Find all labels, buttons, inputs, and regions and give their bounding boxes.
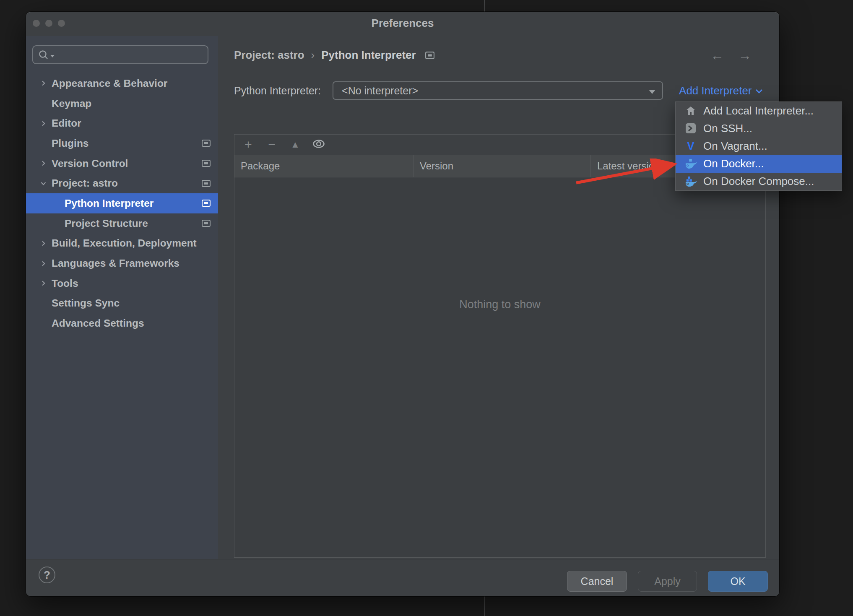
menu-item-label: On Docker...	[703, 157, 764, 170]
preferences-window: Preferences Appearance & Behavior Keymap	[26, 12, 779, 596]
sidebar-item-label: Project: astro	[52, 177, 118, 189]
sidebar-item-tools[interactable]: Tools	[26, 273, 218, 294]
sidebar-item-version-control[interactable]: Version Control	[26, 153, 218, 174]
sidebar-item-plugins[interactable]: Plugins	[26, 133, 218, 153]
help-question-icon: ?	[44, 569, 50, 582]
breadcrumb-current: Python Interpreter	[321, 49, 416, 62]
background-line-top	[484, 0, 485, 12]
column-header-package[interactable]: Package	[234, 155, 413, 177]
window-icon	[202, 220, 211, 227]
forward-arrow-icon[interactable]: →	[738, 48, 752, 63]
upgrade-package-icon[interactable]: ▲	[288, 138, 302, 151]
menu-item-on-docker-compose[interactable]: On Docker Compose...	[676, 173, 842, 190]
ssh-icon	[683, 123, 698, 134]
sidebar-item-label: Appearance & Behavior	[52, 78, 167, 89]
chevron-right-icon[interactable]	[40, 280, 52, 286]
menu-item-on-vagrant[interactable]: V On Vagrant...	[676, 137, 842, 155]
sidebar-item-label: Version Control	[52, 158, 128, 169]
window-icon	[202, 140, 211, 147]
titlebar: Preferences	[26, 12, 779, 34]
add-interpreter-link[interactable]: Add Interpreter	[679, 84, 762, 97]
column-header-version[interactable]: Version	[413, 155, 591, 177]
chevron-down-icon	[755, 89, 763, 94]
chevron-down-icon[interactable]	[40, 180, 52, 187]
sidebar-item-build-execution-deployment[interactable]: Build, Execution, Deployment	[26, 234, 218, 254]
settings-tree: Appearance & Behavior Keymap Editor Plug…	[26, 73, 218, 333]
interpreter-label: Python Interpreter:	[234, 85, 321, 97]
chevron-right-icon[interactable]	[40, 80, 52, 86]
sidebar-item-project-structure[interactable]: Project Structure	[26, 213, 218, 234]
chevron-right-icon[interactable]	[40, 160, 52, 166]
help-button[interactable]: ?	[39, 567, 55, 583]
sidebar-item-editor[interactable]: Editor	[26, 113, 218, 133]
window-icon	[202, 200, 211, 207]
docker-icon	[683, 159, 698, 169]
sidebar-item-label: Advanced Settings	[52, 317, 144, 329]
sidebar-item-label: Tools	[52, 278, 78, 289]
chevron-right-icon[interactable]	[40, 240, 52, 247]
search-input[interactable]	[55, 49, 208, 60]
sidebar-item-label: Plugins	[52, 138, 88, 149]
interpreter-row: Python Interpreter: <No interpreter> Add…	[234, 81, 763, 100]
sidebar-item-label: Languages & Frameworks	[52, 257, 179, 269]
cancel-button[interactable]: Cancel	[567, 571, 627, 592]
remove-package-icon[interactable]: −	[265, 138, 279, 151]
sidebar-item-label: Build, Execution, Deployment	[52, 237, 197, 249]
sidebar-item-advanced-settings[interactable]: Advanced Settings	[26, 313, 218, 333]
home-icon	[683, 106, 698, 116]
breadcrumb: Project: astro › Python Interpreter	[234, 49, 434, 62]
menu-item-on-docker[interactable]: On Docker...	[676, 155, 842, 173]
window-icon	[202, 180, 211, 187]
packages-panel: + − ▲ Package Version Latest version Not…	[234, 134, 766, 558]
add-interpreter-menu: Add Local Interpreter... On SSH... V On …	[675, 101, 842, 191]
menu-item-label: Add Local Interpreter...	[703, 104, 814, 117]
vagrant-icon: V	[683, 140, 698, 153]
background-line-bottom	[484, 596, 485, 616]
menu-item-on-ssh[interactable]: On SSH...	[676, 120, 842, 137]
sidebar-item-project-astro[interactable]: Project: astro	[26, 173, 218, 193]
ok-button[interactable]: OK	[708, 571, 768, 592]
menu-item-label: On Vagrant...	[703, 140, 767, 153]
interpreter-combobox-value: <No interpreter>	[342, 85, 418, 97]
add-package-icon[interactable]: +	[241, 138, 255, 151]
docker-compose-icon	[683, 176, 698, 187]
combobox-caret-icon[interactable]	[649, 90, 655, 94]
dialog-footer: ? Cancel Apply OK	[26, 559, 779, 596]
settings-search-field[interactable]	[32, 45, 208, 64]
sidebar-item-settings-sync[interactable]: Settings Sync	[26, 294, 218, 314]
breadcrumb-separator: ›	[311, 49, 315, 62]
sidebar-item-label: Project Structure	[65, 218, 148, 229]
breadcrumb-parent[interactable]: Project: astro	[234, 49, 304, 62]
search-options-caret-icon[interactable]	[50, 55, 55, 57]
empty-table-message: Nothing to show	[234, 298, 765, 311]
add-interpreter-label: Add Interpreter	[679, 84, 752, 97]
menu-item-add-local-interpreter[interactable]: Add Local Interpreter...	[676, 102, 842, 120]
sidebar-item-label: Python Interpreter	[65, 198, 153, 209]
window-icon	[425, 52, 434, 59]
apply-button[interactable]: Apply	[638, 571, 697, 592]
sidebar-item-label: Keymap	[52, 98, 91, 109]
sidebar-item-appearance-behavior[interactable]: Appearance & Behavior	[26, 73, 218, 94]
menu-item-label: On SSH...	[703, 122, 752, 135]
chevron-right-icon[interactable]	[40, 260, 52, 267]
window-title: Preferences	[26, 17, 779, 30]
window-icon	[202, 160, 211, 167]
sidebar-item-label: Editor	[52, 117, 81, 129]
menu-item-label: On Docker Compose...	[703, 175, 814, 188]
sidebar-item-python-interpreter[interactable]: Python Interpreter	[26, 193, 218, 213]
sidebar-item-languages-frameworks[interactable]: Languages & Frameworks	[26, 253, 218, 273]
interpreter-combobox[interactable]: <No interpreter>	[333, 81, 663, 100]
chevron-right-icon[interactable]	[40, 120, 52, 127]
search-icon	[38, 49, 49, 60]
settings-sidebar: Appearance & Behavior Keymap Editor Plug…	[26, 36, 218, 559]
show-early-releases-eye-icon[interactable]	[312, 138, 326, 151]
back-arrow-icon[interactable]: ←	[710, 48, 724, 63]
history-navigation: ← →	[710, 48, 752, 63]
sidebar-item-keymap[interactable]: Keymap	[26, 94, 218, 114]
sidebar-item-label: Settings Sync	[52, 297, 120, 309]
